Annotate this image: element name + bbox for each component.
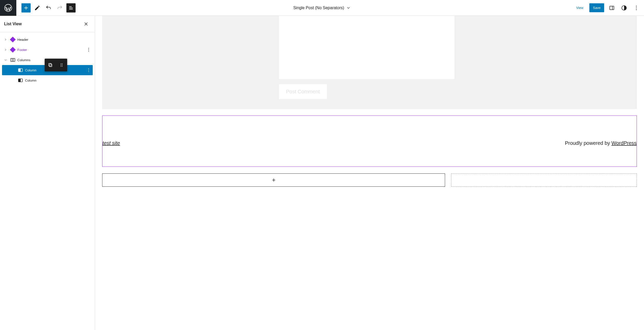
editor-canvas[interactable]: Post Comment test site Proudly powered b… — [95, 16, 644, 330]
more-vertical-icon — [86, 47, 91, 52]
svg-point-18 — [88, 68, 89, 69]
styles-icon — [621, 5, 627, 11]
footer-block[interactable]: test site Proudly powered by WordPress — [102, 116, 637, 167]
expand-toggle[interactable] — [3, 48, 8, 52]
plus-icon — [23, 5, 29, 11]
collapse-toggle[interactable] — [3, 58, 8, 62]
list-view-button[interactable] — [66, 3, 76, 12]
toolbar-right-group: View Save — [573, 3, 644, 12]
settings-sidebar-button[interactable] — [607, 3, 616, 12]
tree-item-label: Column — [25, 68, 37, 72]
svg-rect-17 — [18, 69, 20, 72]
copy-icon — [47, 62, 53, 68]
svg-rect-7 — [10, 37, 16, 43]
chevron-right-icon — [4, 38, 7, 41]
more-options-button[interactable] — [632, 3, 641, 12]
column-icon — [17, 67, 23, 73]
sidebar-icon — [609, 5, 615, 11]
drag-handle-icon — [59, 62, 64, 68]
plus-icon — [271, 177, 277, 183]
columns-icon — [10, 57, 16, 63]
styles-button[interactable] — [619, 3, 629, 12]
tree-item-label: Footer — [17, 48, 27, 52]
template-part-icon — [10, 47, 16, 53]
chevron-down-icon — [346, 6, 351, 10]
view-button[interactable]: View — [573, 4, 586, 12]
svg-rect-8 — [10, 47, 16, 53]
wordpress-link[interactable]: WordPress — [611, 140, 637, 146]
svg-point-10 — [88, 49, 89, 50]
close-list-view-button[interactable] — [81, 19, 91, 29]
post-comment-button[interactable]: Post Comment — [279, 84, 327, 99]
svg-point-9 — [88, 48, 89, 49]
redo-button — [55, 3, 64, 12]
duplicate-block-button[interactable] — [45, 59, 56, 71]
column-block-empty[interactable] — [451, 173, 637, 187]
toolbar-left-group — [16, 3, 76, 12]
save-button[interactable]: Save — [589, 3, 604, 12]
svg-point-6 — [636, 9, 637, 10]
drag-handle[interactable] — [56, 59, 67, 71]
add-block-button[interactable] — [21, 3, 31, 12]
chevron-down-icon — [4, 58, 7, 62]
site-title-link[interactable]: test site — [102, 140, 120, 146]
template-part-icon — [10, 36, 16, 43]
edit-tool-button[interactable] — [33, 3, 42, 12]
svg-point-4 — [636, 6, 637, 6]
svg-point-29 — [62, 65, 63, 66]
svg-point-27 — [62, 64, 63, 64]
svg-point-26 — [61, 64, 61, 64]
list-view-title: List View — [4, 22, 22, 26]
tree-item-column[interactable]: Column — [2, 75, 93, 85]
more-vertical-icon — [633, 5, 639, 11]
tree-item-label: Columns — [17, 58, 30, 62]
block-floating-toolbar — [45, 59, 67, 71]
svg-point-5 — [636, 7, 637, 8]
svg-rect-23 — [18, 79, 20, 82]
document-title-dropdown[interactable]: Single Post (No Separators) — [293, 6, 351, 10]
svg-point-31 — [62, 66, 63, 67]
wordpress-logo[interactable] — [0, 0, 16, 16]
column-icon — [17, 77, 23, 83]
comment-textarea[interactable] — [279, 16, 455, 79]
svg-rect-24 — [49, 64, 52, 67]
more-vertical-icon — [86, 68, 91, 73]
list-view-header: List View — [0, 16, 95, 32]
tree-item-options[interactable] — [86, 47, 92, 52]
tree-item-header[interactable]: Header — [2, 34, 93, 45]
redo-icon — [57, 5, 63, 11]
tree-item-label: Header — [17, 38, 28, 42]
document-title: Single Post (No Separators) — [293, 6, 344, 10]
svg-point-28 — [61, 65, 61, 66]
expand-toggle[interactable] — [3, 38, 8, 41]
svg-rect-12 — [11, 58, 15, 61]
svg-point-30 — [61, 66, 61, 67]
svg-rect-1 — [610, 6, 614, 10]
list-view-icon — [68, 5, 74, 11]
wordpress-icon — [4, 4, 12, 12]
svg-point-11 — [88, 51, 89, 52]
undo-icon — [45, 5, 52, 11]
top-toolbar: Single Post (No Separators) View Save — [0, 0, 644, 16]
comment-form-block[interactable]: Post Comment — [102, 16, 637, 109]
tree-item-footer[interactable]: Footer — [2, 45, 93, 55]
tree-item-label: Column — [25, 79, 37, 82]
powered-by-text: Proudly powered by WordPress — [565, 140, 637, 146]
undo-button[interactable] — [44, 3, 53, 12]
close-icon — [83, 21, 89, 27]
svg-point-19 — [88, 70, 89, 71]
svg-rect-25 — [49, 64, 51, 66]
column-block-selected[interactable] — [102, 173, 445, 187]
pencil-icon — [34, 5, 40, 11]
tree-item-options[interactable] — [86, 68, 92, 73]
chevron-right-icon — [4, 48, 7, 52]
columns-block[interactable] — [102, 173, 637, 187]
svg-point-20 — [88, 71, 89, 72]
